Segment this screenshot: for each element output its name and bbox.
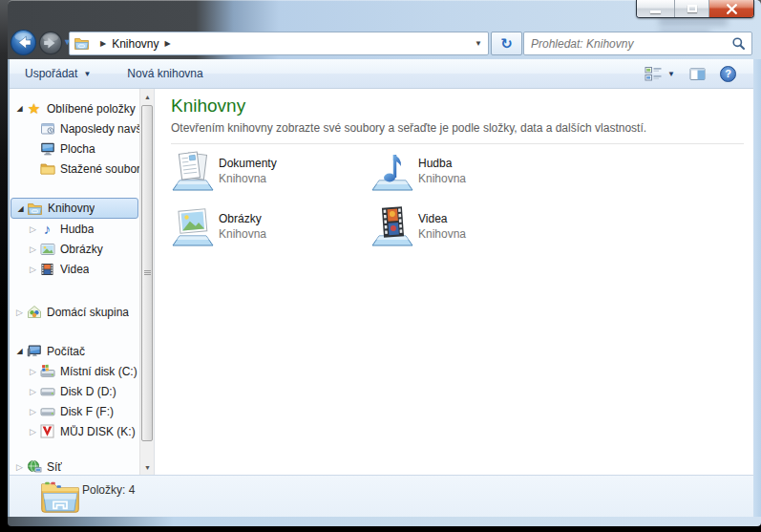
organize-label: Uspořádat bbox=[25, 67, 77, 80]
library-item-videos[interactable]: Videa Knihovna bbox=[370, 203, 560, 251]
change-view-button[interactable]: ▼ bbox=[645, 66, 675, 82]
forward-icon bbox=[38, 31, 63, 55]
libraries-folder-icon bbox=[74, 36, 90, 52]
sidebar-item-label: Videa bbox=[60, 263, 89, 276]
chevron-down-icon: ▼ bbox=[667, 70, 675, 78]
expand-arrow-icon[interactable]: ▷ bbox=[27, 427, 39, 436]
scroll-down-button[interactable]: ▼ bbox=[140, 459, 155, 475]
expand-arrow-icon[interactable]: ▷ bbox=[27, 387, 39, 396]
forward-button[interactable] bbox=[38, 31, 63, 55]
downloads-folder-icon bbox=[39, 161, 55, 177]
expand-arrow-icon[interactable]: ▷ bbox=[27, 265, 39, 274]
expand-arrow-icon[interactable]: ▷ bbox=[27, 407, 39, 416]
network-icon bbox=[26, 459, 42, 475]
navigation-pane: ◢ ★ Oblíbené položky Naposledy navštíven… bbox=[10, 89, 155, 475]
expand-arrow-icon[interactable]: ▷ bbox=[27, 224, 39, 234]
sidebar-item-label: Obrázky bbox=[60, 243, 103, 256]
breadcrumb-arrow-icon[interactable]: ▶ bbox=[165, 39, 171, 48]
close-button[interactable] bbox=[709, 0, 753, 17]
library-item-type: Knihovna bbox=[418, 227, 466, 241]
sidebar-scrollbar[interactable]: ▲ ▼ bbox=[139, 89, 154, 475]
videos-icon bbox=[39, 262, 55, 277]
sidebar-item-favorites[interactable]: ◢ ★ Oblíbené položky bbox=[10, 98, 140, 118]
address-bar[interactable]: ▶ Knihovny ▶ ▼ bbox=[69, 32, 489, 55]
library-item-name: Hudba bbox=[418, 157, 466, 170]
libraries-folder-icon bbox=[27, 201, 43, 216]
minimize-icon bbox=[650, 11, 661, 13]
breadcrumb-arrow-icon[interactable]: ▶ bbox=[100, 39, 106, 48]
disk-v-icon bbox=[39, 424, 55, 439]
status-bar: Položky: 4 bbox=[10, 475, 753, 517]
homegroup-icon bbox=[26, 305, 42, 320]
videos-library-icon bbox=[370, 203, 415, 251]
back-icon bbox=[10, 29, 37, 56]
pictures-library-icon bbox=[170, 203, 216, 251]
window-border-left bbox=[8, 59, 10, 517]
sidebar-item-disk-d[interactable]: ▷ Disk D (D:) bbox=[10, 381, 140, 401]
music-library-icon bbox=[370, 148, 415, 196]
help-button[interactable]: ? bbox=[720, 66, 736, 82]
sidebar-item-pictures[interactable]: ▷ Obrázky bbox=[10, 239, 140, 259]
expand-arrow-icon[interactable]: ▷ bbox=[13, 308, 26, 317]
sidebar-item-computer[interactable]: ◢ Počítač bbox=[10, 341, 140, 361]
window-border-bottom bbox=[8, 517, 761, 526]
disk-icon bbox=[39, 404, 55, 419]
sidebar-item-videos[interactable]: ▷ Videa bbox=[10, 259, 140, 279]
sidebar-item-libraries[interactable]: ◢ Knihovny bbox=[11, 198, 138, 219]
minimize-button[interactable] bbox=[637, 0, 675, 17]
new-library-button[interactable]: Nová knihovna bbox=[119, 63, 210, 84]
restore-button[interactable] bbox=[675, 0, 709, 17]
expand-arrow-icon[interactable]: ◢ bbox=[13, 104, 26, 113]
sidebar-item-disk-k[interactable]: ▷ MŮJ DISK (K:) bbox=[10, 421, 140, 441]
status-items-count: Položky: 4 bbox=[82, 483, 135, 497]
expand-arrow-icon[interactable]: ▷ bbox=[27, 245, 39, 254]
sidebar-item-disk-f[interactable]: ▷ Disk F (F:) bbox=[10, 401, 140, 421]
search-box bbox=[523, 32, 752, 55]
sidebar-item-music[interactable]: ▷ ♪ Hudba bbox=[10, 219, 140, 239]
sidebar-item-desktop[interactable]: Plocha bbox=[10, 138, 140, 159]
explorer-window: ▼ ▶ Knihovny ▶ ▼ ↻ Uspořádat bbox=[8, 0, 761, 526]
search-input[interactable] bbox=[524, 37, 731, 51]
sidebar-item-label: Počítač bbox=[47, 345, 85, 358]
preview-pane-icon bbox=[689, 67, 706, 81]
library-item-music[interactable]: Hudba Knihovna bbox=[370, 148, 560, 196]
window-controls bbox=[636, 0, 754, 18]
page-title: Knihovny bbox=[171, 96, 245, 117]
sidebar-item-label: Disk D (D:) bbox=[60, 385, 116, 398]
library-item-name: Dokumenty bbox=[219, 157, 277, 170]
sidebar-item-label: Síť bbox=[47, 460, 62, 474]
system-disk-icon bbox=[39, 364, 55, 379]
expand-arrow-icon[interactable]: ▷ bbox=[13, 462, 26, 472]
sidebar-item-network[interactable]: ▷ Síť bbox=[10, 457, 140, 475]
sidebar-item-label: Naposledy navštívené bbox=[60, 122, 140, 136]
sidebar-item-homegroup[interactable]: ▷ Domácí skupina bbox=[10, 302, 140, 322]
sidebar-item-label: MŮJ DISK (K:) bbox=[60, 425, 136, 438]
sidebar-item-downloads[interactable]: Stažené soubory bbox=[10, 159, 140, 179]
window-body: ◢ ★ Oblíbené položky Naposledy navštíven… bbox=[10, 89, 753, 475]
expand-arrow-icon[interactable]: ◢ bbox=[14, 204, 27, 213]
library-item-documents[interactable]: Dokumenty Knihovna bbox=[170, 148, 361, 196]
sidebar-item-label: Hudba bbox=[60, 223, 94, 236]
library-item-pictures[interactable]: Obrázky Knihovna bbox=[170, 203, 361, 251]
preview-pane-button[interactable] bbox=[689, 67, 706, 81]
computer-icon bbox=[26, 344, 42, 359]
library-item-type: Knihovna bbox=[219, 227, 266, 241]
breadcrumb-segment[interactable]: Knihovny bbox=[112, 37, 159, 51]
scroll-up-button[interactable]: ▲ bbox=[140, 89, 155, 104]
restore-icon bbox=[687, 5, 697, 12]
library-pane: Knihovny Otevřením knihovny zobrazte své… bbox=[155, 89, 753, 475]
chevron-down-icon: ▼ bbox=[83, 70, 91, 78]
search-icon[interactable] bbox=[731, 36, 746, 51]
refresh-button[interactable]: ↻ bbox=[491, 32, 522, 55]
expand-arrow-icon[interactable]: ◢ bbox=[13, 347, 26, 355]
sidebar-item-disk-c[interactable]: ▷ Místní disk (C:) bbox=[10, 361, 140, 381]
expand-arrow-icon[interactable]: ▷ bbox=[27, 367, 39, 376]
back-button[interactable] bbox=[10, 29, 37, 56]
address-dropdown-icon[interactable]: ▼ bbox=[475, 39, 482, 48]
scrollbar-thumb[interactable] bbox=[141, 105, 153, 441]
organize-button[interactable]: Uspořádat ▼ bbox=[17, 63, 98, 84]
sidebar-item-recent-places[interactable]: Naposledy navštívené bbox=[10, 118, 140, 138]
help-icon: ? bbox=[725, 68, 731, 79]
library-item-type: Knihovna bbox=[418, 172, 466, 185]
new-library-label: Nová knihovna bbox=[127, 67, 202, 80]
